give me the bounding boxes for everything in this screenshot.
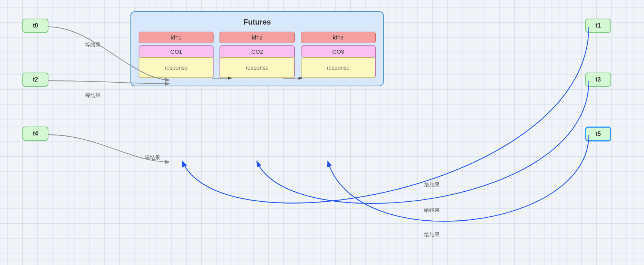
- futures-title: Futures: [139, 18, 376, 26]
- cell-id-1: id=1: [139, 32, 214, 43]
- future-cell-3: id=3 GO3 response: [301, 32, 376, 78]
- cell-go-response-1: GO1 response: [139, 45, 214, 78]
- cell-id-3: id=3: [301, 32, 376, 43]
- futures-container: Futures id=1 GO1 response id=2 GO2 respo…: [130, 11, 384, 86]
- cell-go-1: GO1: [139, 46, 213, 57]
- label-geijiéguo-2: 给结果: [424, 207, 440, 214]
- label-geijiéguo-3: 给结果: [424, 232, 440, 238]
- label-dengjiéguo-1: 等结果: [85, 42, 101, 48]
- label-dengjiéguo-3: 等结果: [145, 154, 160, 161]
- cell-id-2: id=2: [220, 32, 294, 43]
- arrow-t5-response3: [328, 135, 589, 221]
- future-cell-2: id=2 GO2 response: [220, 32, 294, 78]
- cell-go-response-2: GO2 response: [220, 45, 294, 78]
- cell-go-response-3: GO3 response: [301, 45, 376, 78]
- cell-go-3: GO3: [301, 46, 375, 57]
- arrow-t3-response2: [257, 81, 589, 204]
- cell-response-2: response: [220, 57, 294, 78]
- futures-cells: id=1 GO1 response id=2 GO2 response id=3…: [139, 32, 376, 78]
- cell-response-3: response: [301, 57, 375, 78]
- cell-response-1: response: [139, 57, 213, 78]
- cell-go-2: GO2: [220, 46, 294, 57]
- label-geijiéguo-1: 给结果: [424, 182, 440, 188]
- thread-t2: t2: [22, 73, 48, 87]
- future-cell-1: id=1 GO1 response: [139, 32, 214, 78]
- thread-t5: t5: [585, 127, 611, 141]
- thread-t3: t3: [585, 73, 611, 87]
- thread-t4: t4: [22, 127, 48, 141]
- label-dengjiéguo-2: 等结果: [85, 92, 101, 99]
- thread-t1: t1: [585, 19, 611, 33]
- thread-t0: t0: [22, 19, 48, 33]
